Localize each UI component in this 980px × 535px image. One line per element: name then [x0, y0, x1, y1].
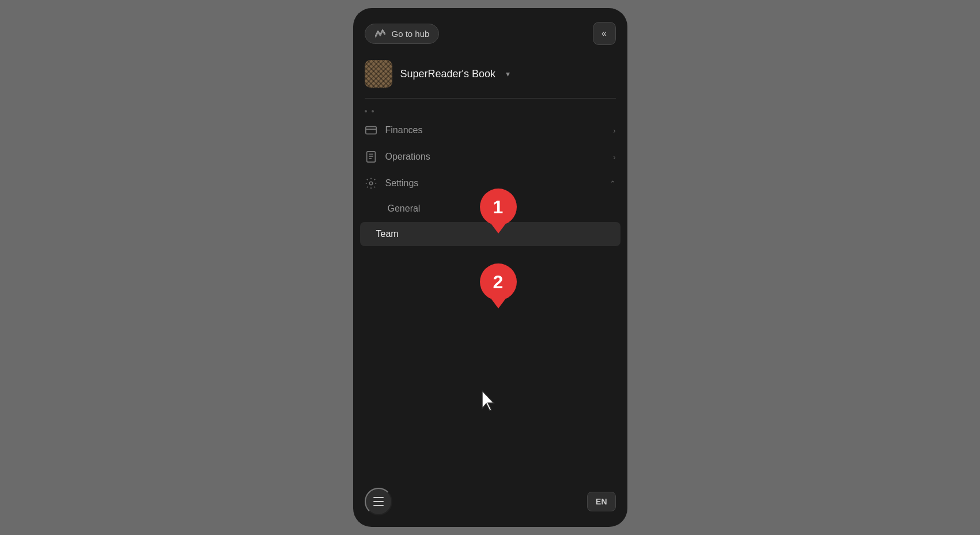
collapse-icon: « [601, 28, 607, 39]
annotation-bubble-2: 2 [480, 263, 517, 300]
svg-rect-2 [366, 152, 375, 162]
nav-scroll[interactable]: Finances › Operations › [353, 103, 627, 480]
app-title: SuperReader's Book [400, 68, 496, 80]
bottom-bar: EN [353, 480, 627, 527]
menu-bar-2 [373, 501, 384, 502]
sidebar-item-team[interactable]: Team [360, 222, 620, 246]
operations-chevron: › [613, 153, 615, 161]
chevron-down-icon: ▾ [506, 69, 510, 78]
cursor [479, 389, 497, 412]
top-bar: Go to hub « [353, 8, 627, 54]
sidebar-item-settings[interactable]: Settings ⌃ [353, 170, 627, 197]
settings-chevron: ⌃ [610, 179, 616, 188]
dot2 [372, 110, 374, 112]
menu-bar-1 [373, 497, 384, 498]
menu-bar-3 [373, 505, 384, 506]
general-label: General [388, 204, 421, 214]
language-button[interactable]: EN [587, 492, 615, 511]
app-icon [365, 60, 392, 88]
settings-icon [365, 177, 377, 190]
operations-icon [365, 150, 377, 163]
go-to-hub-button[interactable]: Go to hub [365, 24, 440, 44]
bubble2-number: 2 [493, 272, 504, 293]
finances-chevron: › [613, 126, 615, 135]
phone-container: Go to hub « SuperReader's Book ▾ [353, 8, 627, 527]
finances-label: Finances [385, 125, 606, 135]
nav-partial [353, 106, 627, 117]
svg-rect-0 [365, 127, 376, 134]
app-header: SuperReader's Book ▾ [353, 54, 627, 93]
collapse-button[interactable]: « [593, 22, 616, 45]
sidebar-item-general[interactable]: General [353, 197, 627, 221]
dot1 [365, 110, 367, 112]
svg-point-6 [369, 182, 373, 185]
operations-label: Operations [385, 152, 606, 162]
team-label: Team [376, 229, 399, 239]
go-to-hub-label: Go to hub [392, 29, 430, 39]
settings-label: Settings [385, 178, 601, 189]
logo-icon [374, 29, 387, 38]
sidebar-item-finances[interactable]: Finances › [353, 117, 627, 144]
divider [365, 98, 616, 99]
menu-button[interactable] [365, 488, 392, 515]
lang-label: EN [596, 497, 607, 506]
finances-icon [365, 124, 377, 137]
sidebar-item-operations[interactable]: Operations › [353, 144, 627, 170]
app-icon-pattern [365, 60, 392, 88]
